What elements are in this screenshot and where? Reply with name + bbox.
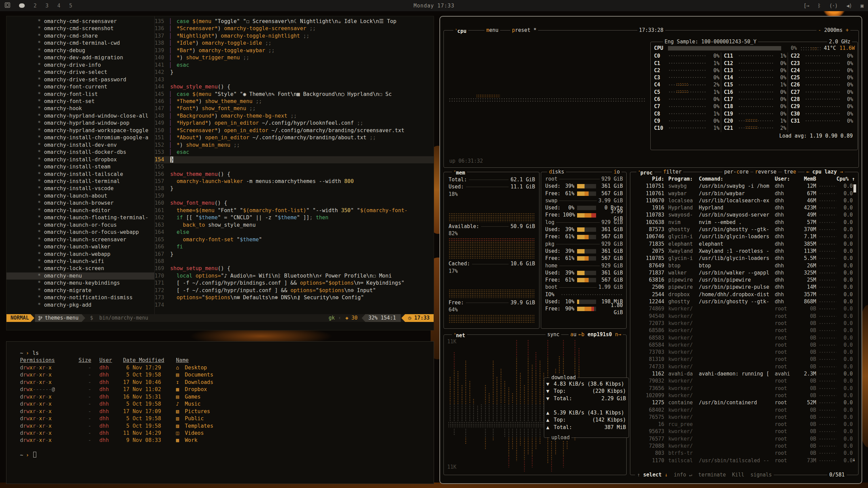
file-item[interactable]: * omarchy-debug xyxy=(6,47,154,54)
code-line[interactable]: 152▏ *) show_main_menu ;; xyxy=(155,142,434,149)
ls-folder[interactable]: ▥Public xyxy=(167,415,204,422)
code-line[interactable]: 164 else xyxy=(155,229,434,236)
file-item[interactable]: * omarchy-cmd-share xyxy=(6,33,154,40)
file-item[interactable]: * omarchy-launch-browser xyxy=(6,200,154,207)
file-item[interactable]: * omarchy-install-terminal xyxy=(6,178,154,185)
process-row[interactable]: 95673kworker/root0B0.0 xyxy=(633,428,857,435)
process-row[interactable]: 68402kworker/root0B0.0 xyxy=(633,407,857,414)
bluetooth-icon[interactable]: ᛒ xyxy=(818,3,821,9)
code-line[interactable]: 171 [ -f ~/.config/hypr/bindings.conf ] … xyxy=(155,280,434,287)
code-line[interactable]: 168 xyxy=(155,258,434,265)
process-row[interactable]: 16rcu_preeroot0B0.0 xyxy=(633,421,857,428)
workspace-4[interactable]: 4 xyxy=(57,3,60,9)
file-item[interactable]: * omarchy-drive-set-password xyxy=(6,76,154,83)
file-item[interactable]: * omarchy-lock-screen xyxy=(6,265,154,272)
process-scrollbar[interactable] xyxy=(853,184,856,192)
file-item[interactable]: * omarchy-hyprland-window-close-all xyxy=(6,113,154,120)
file-item[interactable]: * omarchy-pkg-add xyxy=(6,302,154,309)
proc-header-cpu[interactable]: Cpu% ↑ xyxy=(836,176,853,183)
code-line[interactable]: 146▏ *Theme*) show_theme_menu ;; xyxy=(155,98,434,105)
code-line[interactable]: 160show_font_menu() { xyxy=(155,200,434,207)
code-line[interactable]: 154} xyxy=(155,156,434,163)
ls-folder[interactable]: ▤Documents xyxy=(167,371,213,379)
proc-header-command[interactable]: Command: xyxy=(697,176,773,183)
file-item[interactable]: * omarchy-cmd-screensaver xyxy=(6,18,154,25)
workspace-3[interactable]: 3 xyxy=(45,3,48,9)
code-line[interactable]: 163 back_to show_style_menu xyxy=(155,222,434,229)
code-line[interactable]: 156show_theme_menu() { xyxy=(155,171,434,178)
ls-folder[interactable]: ▦Dropbox xyxy=(167,386,207,393)
process-row[interactable]: 74869kworker/root0B0.0 xyxy=(633,305,857,312)
code-line[interactable]: 167} xyxy=(155,251,434,258)
code-line[interactable]: 136▏ *Screensaver*) omarchy-toggle-scree… xyxy=(155,25,434,32)
process-row[interactable]: 73656kworker/root0B0.0 xyxy=(633,385,857,392)
file-item[interactable]: * omarchy-drive-select xyxy=(6,69,154,76)
tree-toggle[interactable]: tree xyxy=(782,168,798,176)
file-item[interactable]: * omarchy-install-chromium-google-a xyxy=(6,134,154,141)
code-line[interactable]: 150▏ *Screensaver*) open_in_editor ~/.co… xyxy=(155,127,434,134)
code-line[interactable]: 166 fi xyxy=(155,243,434,250)
process-row[interactable]: 1170tailscal/usr/sbin/tailscaled --root7… xyxy=(633,457,857,464)
code-line[interactable]: 153▏ esac xyxy=(155,149,434,156)
process-row[interactable]: 102638nvimnvim --embed .dhh57M0.0 xyxy=(633,219,857,226)
file-item[interactable]: * omarchy-hyprland-workspace-toggle xyxy=(6,127,154,134)
process-row[interactable]: 2544dropbox/home/dhh/.dropbox-distdhh357… xyxy=(633,291,857,298)
process-row[interactable]: 87573ghostty/usr/bin/ghostty --gtk-dhh37… xyxy=(633,226,857,233)
clock[interactable]: Monday 17:33 xyxy=(414,3,454,9)
process-row[interactable]: 110761waybar/usr/bin/waybardhh67M0.0 xyxy=(633,190,857,197)
file-item[interactable]: * omarchy-launch-wifi xyxy=(6,258,154,265)
code-line[interactable]: 140▏ *) show_trigger_menu ;; xyxy=(155,54,434,61)
file-item[interactable]: * omarchy-cmd-screenshot xyxy=(6,25,154,32)
interface-selector[interactable]: ←b enp191s0 n→ xyxy=(577,331,623,338)
cpu-tray-icon[interactable]: ▣ xyxy=(861,3,863,9)
process-row[interactable]: 2506pipewire/usr/bin/pipewire-pulsedhh14… xyxy=(633,284,857,291)
process-footer[interactable]: ↑ select ↓ info ↵ terminate Kill signals xyxy=(635,471,774,479)
screencast-icon[interactable]: [→ xyxy=(804,3,809,9)
code-line[interactable]: 157 omarchy-launch-walker -m menus:omarc… xyxy=(155,178,434,185)
file-item[interactable]: * omarchy-install-dropbox xyxy=(6,156,154,163)
process-row[interactable]: 76575kworker/root0B0.0 xyxy=(633,414,857,421)
ls-folder[interactable]: ↧Downloads xyxy=(167,379,213,386)
process-row[interactable]: 74733kworker/root0B0.0 xyxy=(633,363,857,370)
process-row[interactable]: 71835elephantelephantdhh385M0.0 xyxy=(633,241,857,248)
file-item[interactable]: * omarchy-launch-or-focus xyxy=(6,222,154,229)
process-row[interactable]: 81310kworker/root0B0.0 xyxy=(633,356,857,363)
process-row[interactable]: 1916HyprlandHyprlanddhh423M0.0 xyxy=(633,204,857,211)
code-editor[interactable]: 135▏ case $(menu "Toggle" "☐ Screensaver… xyxy=(155,16,434,314)
file-item[interactable]: * omarchy-install-docker-dbs xyxy=(6,149,154,156)
file-item[interactable]: * omarchy-notification-dismiss xyxy=(6,294,154,301)
process-row[interactable]: 2075XwaylandXwayland :1 -rootless -dhh11… xyxy=(633,248,857,255)
code-line[interactable]: 135▏ case $(menu "Toggle" "☐ Screensaver… xyxy=(155,18,434,25)
process-row[interactable]: 71837walker/usr/bin/walker --gappldhh325… xyxy=(633,269,857,277)
per-core-toggle[interactable]: per-core xyxy=(723,168,750,176)
code-line[interactable]: 141▏ esac xyxy=(155,62,434,69)
code-line[interactable]: 144show_style_menu() { xyxy=(155,83,434,90)
code-line[interactable]: 147▏ *Font*) show_font_menu ;; xyxy=(155,105,434,112)
process-row[interactable]: 110670localsea/usr/lib/localsearch-exdhh… xyxy=(633,197,857,204)
code-line[interactable]: 173 options="$options\n⊞ Defaults\n⊕ DNS… xyxy=(155,294,434,301)
code-line[interactable]: 169show_setup_menu() { xyxy=(155,265,434,272)
file-item[interactable]: * omarchy-launch-editor xyxy=(6,207,154,214)
code-line[interactable]: 159 xyxy=(155,192,434,200)
ls-folder[interactable]: ▩Work xyxy=(167,437,197,444)
process-row[interactable]: 79032kworker/root0B0.0 xyxy=(633,378,857,385)
file-item[interactable]: * omarchy-cmd-terminal-cwd xyxy=(6,40,154,47)
reverse-toggle[interactable]: reverse xyxy=(753,168,778,176)
network-icon[interactable]: (·) xyxy=(829,3,837,9)
process-row[interactable]: 76577kworker/root0B0.0 xyxy=(633,435,857,443)
ls-folder[interactable]: ♪Music xyxy=(167,401,201,408)
terminal-window[interactable]: ~›ls PermissionsSizeUserDate ModifiedNam… xyxy=(6,341,434,484)
code-line[interactable]: 172 [ -f ~/.config/hypr/input.conf ] && … xyxy=(155,287,434,294)
process-row[interactable]: 68586kworker/root0B0.0 xyxy=(633,327,857,334)
process-row[interactable]: 73703kworker/root0B0.0 xyxy=(633,349,857,356)
process-row[interactable]: 94540kworker/root0B0.0 xyxy=(633,313,857,320)
proc-header-memb[interactable]: MemB xyxy=(795,176,816,183)
process-row[interactable]: 102099kworker/root0B0.0 xyxy=(633,392,857,399)
code-line[interactable]: 138▏ *Idle*) omarchy-toggle-idle ;; xyxy=(155,40,434,47)
file-item[interactable]: * omarchy-launch-walker xyxy=(6,243,154,250)
preset-button[interactable]: preset * xyxy=(510,27,538,34)
file-item[interactable]: * omarchy-drive-info xyxy=(6,62,154,69)
ls-folder[interactable]: ▨Templates xyxy=(167,423,213,430)
workspace-5[interactable]: 5 xyxy=(69,3,72,9)
file-item[interactable]: * omarchy-menu xyxy=(6,272,154,280)
